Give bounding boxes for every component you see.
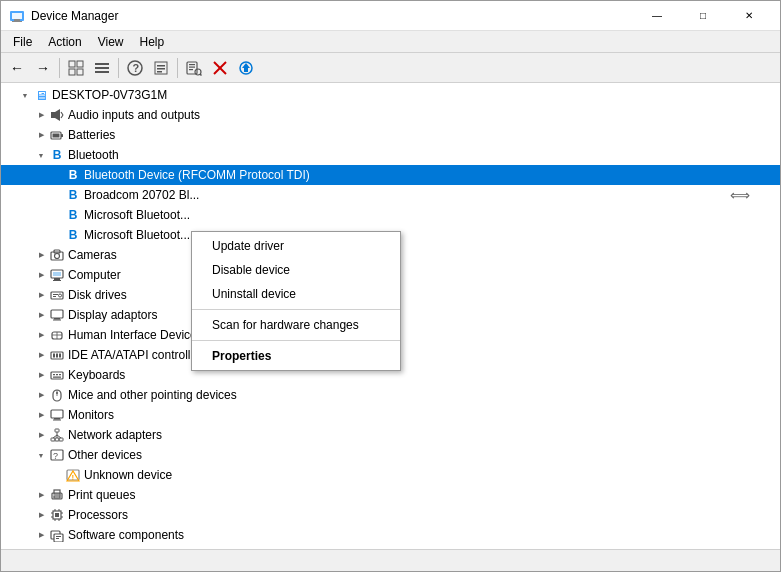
item-label: Bluetooth Device (RFCOMM Protocol TDI) <box>84 168 310 182</box>
other-icon: ? <box>49 447 65 463</box>
item-label: Disk drives <box>68 288 127 302</box>
root-expand-icon[interactable] <box>17 87 33 103</box>
expand-icon[interactable] <box>33 307 49 323</box>
svg-rect-59 <box>59 374 61 375</box>
battery-icon <box>49 127 65 143</box>
expand-icon[interactable] <box>33 507 49 523</box>
menu-file[interactable]: File <box>5 33 40 51</box>
expand-icon <box>49 207 65 223</box>
update-button[interactable] <box>234 56 258 80</box>
unknown-icon: ! <box>65 467 81 483</box>
item-label: IDE ATA/ATAPI controllers <box>68 348 207 362</box>
svg-rect-48 <box>53 320 61 321</box>
list-item[interactable]: B Bluetooth Device (RFCOMM Protocol TDI) <box>1 165 780 185</box>
list-item[interactable]: Software components <box>1 525 780 545</box>
list-item[interactable]: B Broadcom 20702 Bl... <box>1 185 780 205</box>
list-item[interactable]: ? Other devices <box>1 445 780 465</box>
svg-rect-4 <box>69 61 75 67</box>
minimize-button[interactable]: — <box>634 1 680 31</box>
svg-rect-81 <box>54 496 60 498</box>
list-item[interactable]: B Bluetooth <box>1 145 780 165</box>
expand-icon[interactable] <box>33 247 49 263</box>
back-button[interactable]: ← <box>5 56 29 80</box>
list-item[interactable]: B Microsoft Bluetoot... <box>1 205 780 225</box>
menu-action[interactable]: Action <box>40 33 89 51</box>
expand-icon[interactable] <box>33 367 49 383</box>
expand-icon <box>49 227 65 243</box>
computer-icon: 🖥 <box>33 87 49 103</box>
item-label: Computer <box>68 268 121 282</box>
item-label: Keyboards <box>68 368 125 382</box>
window-controls: — □ ✕ <box>634 1 772 31</box>
list-item[interactable]: Batteries <box>1 125 780 145</box>
show-list-button[interactable] <box>90 56 114 80</box>
expand-icon[interactable] <box>33 287 49 303</box>
bt-device-icon: B <box>65 227 81 243</box>
device-tree[interactable]: 🖥 DESKTOP-0V73G1M Audio inputs and outpu… <box>1 83 780 549</box>
ctx-disable-device[interactable]: Disable device <box>192 258 400 282</box>
ctx-scan-changes[interactable]: Scan for hardware changes <box>192 313 400 337</box>
expand-icon[interactable] <box>33 487 49 503</box>
svg-rect-14 <box>157 65 165 67</box>
svg-point-82 <box>59 494 61 496</box>
svg-point-43 <box>59 294 62 297</box>
list-item[interactable]: Print queues <box>1 485 780 505</box>
expand-icon[interactable] <box>33 447 49 463</box>
remove-button[interactable] <box>208 56 232 80</box>
item-label: Monitors <box>68 408 114 422</box>
expand-icon[interactable] <box>33 527 49 543</box>
svg-rect-66 <box>53 420 61 421</box>
expand-icon[interactable] <box>33 327 49 343</box>
ctx-properties[interactable]: Properties <box>192 344 400 368</box>
list-item[interactable]: Processors <box>1 505 780 525</box>
svg-text:?: ? <box>53 451 58 461</box>
svg-rect-9 <box>95 67 109 69</box>
expand-icon[interactable] <box>33 107 49 123</box>
maximize-button[interactable]: □ <box>680 1 726 31</box>
ctx-update-driver[interactable]: Update driver <box>192 234 400 258</box>
expand-icon <box>49 167 65 183</box>
item-label: Audio inputs and outputs <box>68 108 200 122</box>
show-by-device-button[interactable] <box>64 56 88 80</box>
list-item[interactable]: Audio inputs and outputs <box>1 105 780 125</box>
display-icon <box>49 307 65 323</box>
svg-text:?: ? <box>133 62 140 74</box>
ctx-uninstall-device[interactable]: Uninstall device <box>192 282 400 306</box>
main-area: 🖥 DESKTOP-0V73G1M Audio inputs and outpu… <box>1 83 780 549</box>
list-item[interactable]: Network adapters <box>1 425 780 445</box>
help-button[interactable]: ? <box>123 56 147 80</box>
menu-view[interactable]: View <box>90 33 132 51</box>
menu-help[interactable]: Help <box>132 33 173 51</box>
list-item[interactable]: Software devices <box>1 545 780 549</box>
list-item[interactable]: ! Unknown device <box>1 465 780 485</box>
svg-rect-16 <box>157 71 162 73</box>
expand-icon[interactable] <box>33 387 49 403</box>
expand-icon[interactable] <box>33 427 49 443</box>
expand-icon[interactable] <box>33 267 49 283</box>
tree-root[interactable]: 🖥 DESKTOP-0V73G1M <box>1 85 780 105</box>
properties-button[interactable] <box>149 56 173 80</box>
expand-icon[interactable] <box>33 147 49 163</box>
svg-rect-2 <box>14 19 20 21</box>
svg-rect-60 <box>53 377 61 378</box>
svg-rect-53 <box>53 354 55 358</box>
expand-icon[interactable] <box>33 547 49 549</box>
svg-rect-69 <box>51 438 55 441</box>
toolbar-sep-3 <box>177 58 178 78</box>
window-title: Device Manager <box>31 9 634 23</box>
list-item[interactable]: Monitors <box>1 405 780 425</box>
expand-icon <box>49 187 65 203</box>
expand-icon[interactable] <box>33 127 49 143</box>
scan-button[interactable] <box>182 56 206 80</box>
svg-rect-58 <box>56 374 58 375</box>
software-dev-icon <box>49 547 65 549</box>
forward-button[interactable]: → <box>31 56 55 80</box>
close-button[interactable]: ✕ <box>726 1 772 31</box>
bluetooth-icon: B <box>49 147 65 163</box>
item-label: Network adapters <box>68 428 162 442</box>
toolbar: ← → ? <box>1 53 780 83</box>
expand-icon[interactable] <box>33 407 49 423</box>
audio-icon <box>49 107 65 123</box>
expand-icon[interactable] <box>33 347 49 363</box>
list-item[interactable]: Mice and other pointing devices <box>1 385 780 405</box>
